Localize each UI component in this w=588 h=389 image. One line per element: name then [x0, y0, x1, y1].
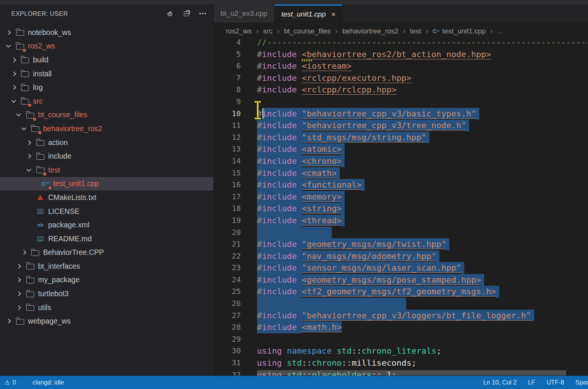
code-line-17[interactable]: 17#include <memory> — [214, 191, 588, 203]
tree-item-webpage_ws[interactable]: webpage_ws — [0, 314, 213, 328]
code-token: include — [262, 286, 297, 298]
selection-newline — [481, 274, 484, 286]
tree-item-BehaviorTree.CPP[interactable]: BehaviorTree.CPP — [0, 246, 213, 260]
tree-item-package.xml[interactable]: <>package.xml — [0, 218, 213, 232]
code-line-13[interactable]: 13#include <atomic> — [214, 143, 588, 155]
code-line-6[interactable]: 6#include <iostream> — [214, 60, 588, 72]
chevron-right-icon[interactable] — [26, 154, 31, 159]
collapse-all-button[interactable] — [182, 10, 190, 17]
code-line-12[interactable]: 12#include "std_msgs/msg/string.hpp" — [214, 132, 588, 144]
code-line-16[interactable]: 16#include <functional> — [214, 179, 588, 191]
breadcrumb-item-bt_course_files[interactable]: bt_course_files — [284, 27, 331, 35]
chevron-right-icon[interactable] — [6, 30, 11, 35]
horizontal-scrollbar[interactable] — [257, 370, 566, 375]
line-number: 9 — [214, 96, 241, 108]
chevron-right-icon[interactable] — [16, 291, 21, 296]
code-line-19[interactable]: 19#include <thread> — [214, 215, 588, 227]
breadcrumb-item-test[interactable]: test — [410, 27, 421, 35]
code-line-23[interactable]: 23#include "sensor_msgs/msg/laser_scan.h… — [214, 262, 588, 274]
tree-item-CMakeLists.txt[interactable]: CMakeLists.txt — [0, 191, 213, 204]
tree-item-behaviortree_ros2[interactable]: behaviortree_ros2 — [0, 122, 213, 136]
tree-item-build[interactable]: build — [0, 53, 213, 67]
code-line-18[interactable]: 18#include <string> — [214, 203, 588, 215]
item-icon-box — [15, 28, 24, 37]
code-token: # — [257, 310, 262, 322]
code-line-9[interactable]: 9 — [214, 96, 588, 108]
chevron-right-icon[interactable] — [26, 140, 31, 145]
clangd-status[interactable]: clangd: idle — [33, 379, 64, 386]
tree-item-utils[interactable]: utils — [0, 301, 213, 315]
cursor-position-indicator[interactable]: Ln 10, Col 2 — [483, 379, 517, 386]
indentation-indicator[interactable]: Spac — [575, 379, 588, 386]
tree-item-README.md[interactable]: README.md — [0, 232, 213, 246]
chevron-down-icon[interactable] — [6, 43, 11, 48]
tree-item-src[interactable]: src — [0, 94, 213, 108]
chevron-right-icon[interactable] — [16, 305, 21, 310]
tree-item-turtlebot3[interactable]: turtlebot3 — [0, 287, 213, 301]
code-line-7[interactable]: 7#include <rclcpp/executors.hpp> — [214, 72, 588, 84]
breadcrumb-symbol-path[interactable]: ... — [497, 27, 503, 35]
chevron-down-icon[interactable] — [11, 98, 16, 103]
tree-item-action[interactable]: action — [0, 136, 213, 150]
code-line-26[interactable]: 26 — [214, 298, 588, 310]
chevron-right-icon[interactable] — [6, 319, 11, 324]
tree-item-include[interactable]: include — [0, 149, 213, 163]
breadcrumb-file[interactable]: test_unit1.cpp — [442, 27, 486, 35]
more-actions-button[interactable] — [199, 10, 207, 17]
code-line-8[interactable]: 8#include <rclcpp/rclcpp.hpp> — [214, 84, 588, 96]
tree-item-notebook_ws[interactable]: notebook_ws — [0, 26, 213, 39]
breadcrumb-item-ros2_ws[interactable]: ros2_ws — [226, 27, 252, 35]
code-line-29[interactable]: 29 — [214, 333, 588, 345]
code-line-21[interactable]: 21#include "geometry_msgs/msg/twist.hpp" — [214, 238, 588, 250]
refresh-button[interactable] — [166, 10, 173, 17]
encoding-indicator[interactable]: UTF-8 — [547, 379, 564, 386]
breadcrumb-separator: › — [335, 27, 338, 35]
close-icon[interactable]: × — [331, 10, 336, 18]
code-line-15[interactable]: 15#include <cmath> — [214, 167, 588, 179]
selection-newline — [436, 250, 439, 262]
tree-item-ros2_ws[interactable]: ros2_ws — [0, 39, 213, 53]
tree-item-LICENSE[interactable]: LICENSE — [0, 204, 213, 218]
chevron-right-icon[interactable] — [11, 58, 16, 62]
code-line-31[interactable]: 31using std::chrono::milliseconds; — [214, 357, 588, 369]
chevron-right-icon[interactable] — [11, 71, 16, 76]
tree-item-install[interactable]: install — [0, 67, 213, 81]
code-line-14[interactable]: 14#include <chrono> — [214, 155, 588, 167]
tree-item-label: my_package — [38, 275, 80, 284]
tab-bt_u2_ex3.cpp[interactable]: bt_u2_ex3.cpp — [214, 5, 275, 23]
chevron-right-icon[interactable] — [21, 250, 26, 255]
chevron-down-icon[interactable] — [26, 167, 31, 172]
breadcrumb-item-behaviortree_ros2[interactable]: behaviortree_ros2 — [342, 27, 398, 35]
chevron-down-icon[interactable] — [21, 126, 26, 130]
code-line-27[interactable]: 27#include "behaviortree_cpp_v3/loggers/… — [214, 310, 588, 322]
chevron-down-icon[interactable] — [16, 112, 21, 117]
code-line-28[interactable]: 28#include <math.h> — [214, 321, 588, 333]
breadcrumb-item-src[interactable]: src — [263, 27, 273, 35]
eol-sequence-indicator[interactable]: LF — [528, 379, 535, 386]
tree-item-test_unit1.cpp[interactable]: C++test_unit1.cpp — [0, 177, 213, 191]
chevron-right-icon[interactable] — [16, 278, 21, 283]
problems-indicator[interactable]: ⚠ 0 — [5, 379, 16, 386]
code-line-10[interactable]: 10#include "behaviortree_cpp_v3/basic_ty… — [214, 108, 588, 120]
code-text: #include <iostream> — [241, 60, 352, 72]
tab-test_unit1.cpp[interactable]: test_unit1.cpp× — [275, 5, 343, 23]
tree-item-bt_interfaces[interactable]: bt_interfaces — [0, 259, 213, 273]
tree-item-my_package[interactable]: my_package — [0, 273, 213, 287]
file-tree: notebook_wsros2_wsbuildinstalllogsrcbt_c… — [0, 26, 213, 328]
code-line-25[interactable]: 25#include <tf2_geometry_msgs/tf2_geomet… — [214, 286, 588, 298]
chevron-right-icon[interactable] — [11, 85, 16, 90]
tree-item-test[interactable]: test — [0, 163, 213, 177]
code-line-30[interactable]: 30using namespace std::chrono_literals; — [214, 345, 588, 357]
chevron-right-icon[interactable] — [16, 264, 21, 269]
code-line-5[interactable]: 5#include <behaviortree_ros2/bt_action_n… — [214, 48, 588, 61]
code-line-22[interactable]: 22#include "nav_msgs/msg/odometry.hpp" — [214, 250, 588, 262]
code-line-24[interactable]: 24#include <geometry_msgs/msg/pose_stamp… — [214, 274, 588, 286]
code-line-20[interactable]: 20 — [214, 227, 588, 239]
tree-item-log[interactable]: log — [0, 80, 213, 94]
line-number: 30 — [214, 345, 241, 357]
code-line-11[interactable]: 11#include "behaviortree_cpp_v3/tree_nod… — [214, 120, 588, 132]
code-text: #include <cmath> — [241, 167, 340, 179]
chevron-box — [11, 58, 21, 62]
more-actions-icon — [202, 13, 204, 14]
tree-item-bt_course_files[interactable]: bt_course_files — [0, 108, 213, 122]
